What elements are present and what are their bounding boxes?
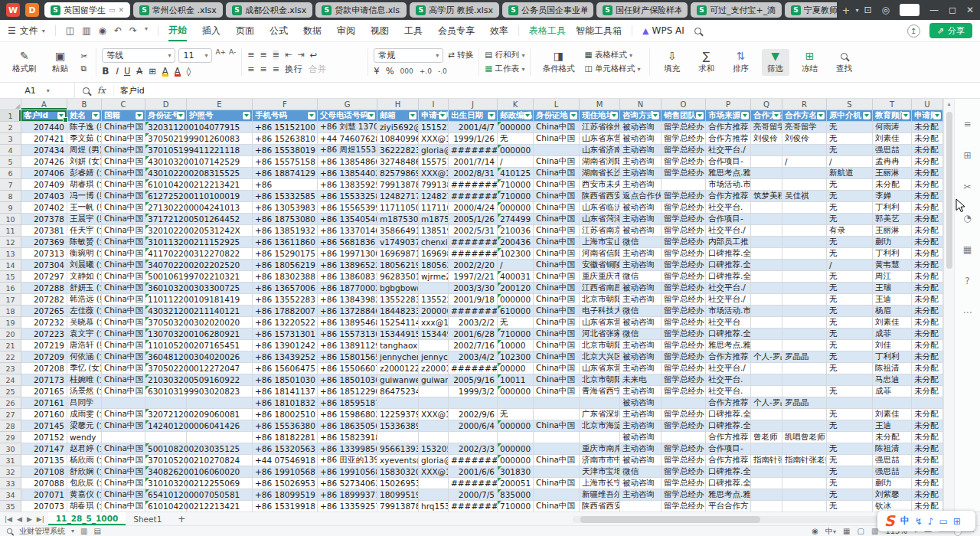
row-header-30[interactable]: 30: [0, 443, 21, 455]
cell-U17[interactable]: 未分配: [912, 294, 943, 306]
font-color-button[interactable]: A: [175, 66, 181, 77]
cell-T35[interactable]: 钦冰: [873, 501, 912, 511]
cell-N5[interactable]: 主动咨询: [620, 156, 662, 168]
number-format-select[interactable]: 常规 ▾: [374, 48, 443, 63]
cell-C6[interactable]: China中国: [102, 168, 145, 179]
cell-R22[interactable]: 罗晶晶: [782, 351, 827, 363]
filter-dropdown-icon[interactable]: [439, 112, 446, 119]
filter-dropdown-icon[interactable]: [243, 112, 250, 119]
cell-J32[interactable]: 2001/6/6: [449, 466, 498, 478]
cell-O16[interactable]: 留学总经办: [662, 283, 706, 294]
cell-C31[interactable]: China中国: [102, 455, 145, 466]
cell-G4[interactable]: +86 周煜155380: [318, 145, 377, 156]
cell-D9[interactable]: 271302200004241013: [145, 202, 187, 214]
cell-I33[interactable]: [419, 478, 449, 489]
cell-F2[interactable]: +86 15152100: [253, 122, 318, 133]
cell-K4[interactable]: 000000: [498, 145, 534, 156]
cell-K26[interactable]: [498, 397, 534, 409]
cell-F24[interactable]: +86 18501030: [253, 374, 318, 386]
cell-G32[interactable]: +86 19910568: [318, 466, 377, 478]
row-header-32[interactable]: 32: [0, 466, 21, 478]
percent-button[interactable]: %: [386, 66, 394, 77]
status-search-icon[interactable]: [7, 528, 12, 534]
cell-P8[interactable]: 合作方推荐: [706, 191, 751, 202]
cell-H20[interactable]: 153449155: [377, 328, 419, 340]
cell-C25[interactable]: China中国: [102, 386, 145, 397]
cell-P22[interactable]: 合作方推荐: [706, 351, 751, 363]
cell-O29[interactable]: [662, 432, 706, 443]
cell-S4[interactable]: 无: [827, 145, 873, 156]
cell-S17[interactable]: 无: [827, 294, 873, 306]
cell-N17[interactable]: 主动咨询: [620, 294, 662, 306]
row-header-12[interactable]: 12: [0, 237, 21, 248]
filter-dropdown-icon[interactable]: [409, 112, 416, 119]
remove-decimal-button[interactable]: -.0: [438, 67, 447, 75]
cell-T5[interactable]: 孟冉冉: [873, 156, 912, 168]
cell-B15[interactable]: 文静如 (女: [67, 271, 102, 283]
cell-K2[interactable]: 000000: [498, 122, 534, 133]
row-header-16[interactable]: 16: [0, 283, 21, 294]
cell-U6[interactable]: 未分配: [912, 168, 943, 179]
cell-L3[interactable]: China中国: [534, 133, 580, 145]
cell-N18[interactable]: 微信: [620, 306, 662, 317]
fx-icon[interactable]: fx: [97, 85, 106, 96]
cell-R9[interactable]: [782, 202, 827, 214]
cell-B20[interactable]: 袁文宇 (女: [67, 328, 102, 340]
cell-A33[interactable]: 207088: [21, 478, 67, 489]
cell-S33[interactable]: 无: [827, 478, 873, 489]
cell-K18[interactable]: 610000: [498, 306, 534, 317]
document-tab[interactable]: S可过_支付宝+_滴: [691, 2, 782, 18]
header-cell-N1[interactable]: 咨询方式: [620, 110, 662, 122]
cell-N24[interactable]: 未来电: [620, 374, 662, 386]
cell-N29[interactable]: 被动咨询: [620, 432, 662, 443]
cell-H14[interactable]: 180562199: [377, 260, 419, 271]
sheet-nav-first[interactable]: |◀: [5, 515, 12, 523]
cell-M32[interactable]: 天津市宝坻: [580, 466, 620, 478]
font-size-select[interactable]: 11 ▾: [178, 48, 212, 63]
cell-T18[interactable]: 杨眉: [873, 306, 912, 317]
cell-M8[interactable]: 陕西省西安: [580, 191, 620, 202]
cell-J13[interactable]: ########: [449, 248, 498, 260]
cell-H18[interactable]: 18448233: [377, 306, 419, 317]
cell-J20[interactable]: 2001/6/28: [449, 328, 498, 340]
cut-button[interactable]: ✂: [81, 51, 88, 60]
row-header-26[interactable]: 26: [0, 397, 21, 409]
row-header-11[interactable]: 11: [0, 225, 21, 237]
cell-U15[interactable]: 未分配: [912, 271, 943, 283]
cell-G16[interactable]: +86 1877000215: [318, 283, 377, 294]
cell-B29[interactable]: wendy: [67, 432, 102, 443]
cell-R6[interactable]: [782, 168, 827, 179]
cell-N20[interactable]: 微信: [620, 328, 662, 340]
cell-P30[interactable]: 合作项目-: [706, 443, 751, 455]
filter-dropdown-icon[interactable]: [524, 112, 531, 119]
vertical-scrollbar[interactable]: ▴: [943, 99, 954, 511]
cell-R2[interactable]: 亮哥留学: [782, 122, 827, 133]
indent-decrease-button[interactable]: ⇤: [285, 50, 291, 60]
cell-U11[interactable]: 未分配: [912, 225, 943, 237]
cell-S35[interactable]: 无: [827, 501, 873, 511]
tab-公式[interactable]: 公式: [270, 20, 288, 41]
cell-R19[interactable]: [782, 317, 827, 328]
cell-C16[interactable]: China中国: [102, 283, 145, 294]
freeze-button[interactable]: ⊞ 冻结: [796, 49, 824, 76]
sogou-logo-icon[interactable]: S: [884, 514, 895, 528]
cell-B32[interactable]: 舒欣娴 (女: [67, 466, 102, 478]
cell-F15[interactable]: +86 18302388: [253, 271, 318, 283]
cell-H33[interactable]: 150269534: [377, 478, 419, 489]
cell-U24[interactable]: 未分配: [912, 374, 943, 386]
align-bottom-button[interactable]: ≡: [273, 50, 279, 60]
eye-protection-icon[interactable]: ◉: [812, 527, 818, 535]
row-header-21[interactable]: 21: [0, 340, 21, 351]
cell-I9[interactable]: 117110505: [419, 202, 449, 214]
fill-button[interactable]: ⇩ 填充: [658, 49, 686, 76]
cell-I24[interactable]: guiwanwei: [419, 374, 449, 386]
cell-N3[interactable]: 被动咨询: [620, 133, 662, 145]
cell-O34[interactable]: 留学总经办: [662, 489, 706, 501]
row-header-27[interactable]: 27: [0, 409, 21, 420]
header-cell-E1[interactable]: 护照号: [187, 110, 253, 122]
cell-N11[interactable]: 被动咨询: [620, 225, 662, 237]
cell-M34[interactable]: 新疆维吾尔: [580, 489, 620, 501]
cell-L15[interactable]: China中国: [534, 271, 580, 283]
cell-H3[interactable]: 108409964: [377, 133, 419, 145]
panel-table-icon[interactable]: ▦: [963, 244, 972, 255]
